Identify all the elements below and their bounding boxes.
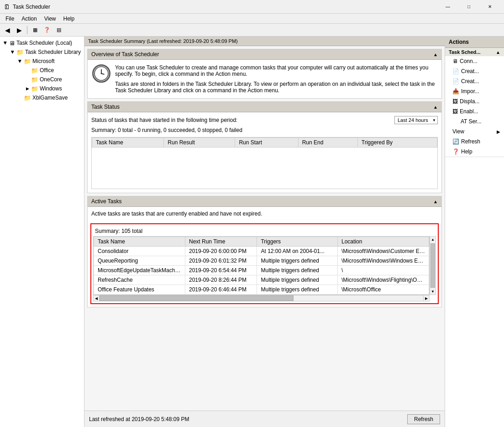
overview-text: You can use Task Scheduler to create and… <box>115 64 437 94</box>
active-tasks-header[interactable]: Active Tasks ▲ <box>88 196 441 207</box>
expand-library[interactable]: ▶ <box>9 48 16 56</box>
expand-windows[interactable]: ▶ <box>24 85 31 92</box>
active-task-cell-location: \ <box>338 266 429 275</box>
active-col-triggers: Triggers <box>257 237 338 247</box>
menu-view[interactable]: View <box>41 15 60 23</box>
action-create1[interactable]: 📄 Creat... <box>445 66 504 76</box>
menubar: File Action View Help <box>0 14 504 24</box>
sidebar-item-xblgamesave[interactable]: 📁 XblGameSave <box>0 93 84 102</box>
main-layout: ▶ 🖥 Task Scheduler (Local) ▶ 📁 Task Sche… <box>0 37 504 427</box>
import-icon: 📥 <box>452 88 459 95</box>
active-tasks-table: Task Name Next Run Time Triggers Locatio… <box>94 237 429 295</box>
windows-label: Windows <box>40 85 62 92</box>
bottom-refresh-button[interactable]: Refresh <box>407 414 440 424</box>
toolbar-btn3[interactable]: ▤ <box>53 25 64 35</box>
action-connect[interactable]: 🖥 Conn... <box>445 56 504 66</box>
active-col-name: Task Name <box>94 237 185 247</box>
action-help-label: Help <box>461 148 472 155</box>
folder-microsoft-icon: 📁 <box>24 58 31 65</box>
action-group-expand[interactable]: ▲ <box>496 50 500 55</box>
active-tasks-table-wrapper: Task Name Next Run Time Triggers Locatio… <box>93 236 436 295</box>
hscroll-thumb[interactable] <box>100 295 294 301</box>
active-task-row[interactable]: MicrosoftEdgeUpdateTaskMachine...2019-09… <box>94 266 429 275</box>
task-status-empty-space <box>92 148 437 189</box>
task-status-collapse-btn[interactable]: ▲ <box>433 105 438 110</box>
active-task-cell-name: Office Feature Updates <box>94 285 185 295</box>
expand-onecore-placeholder <box>24 76 31 83</box>
sidebar-item-local[interactable]: ▶ 🖥 Task Scheduler (Local) <box>0 38 84 47</box>
menu-file[interactable]: File <box>2 15 18 23</box>
menu-help[interactable]: Help <box>60 15 79 23</box>
sidebar-item-library[interactable]: ▶ 📁 Task Scheduler Library <box>0 47 84 57</box>
overview-collapse-btn[interactable]: ▲ <box>433 52 438 57</box>
minimize-button[interactable]: — <box>437 0 458 14</box>
active-task-row[interactable]: Consolidator2019-09-20 6:00:00 PMAt 12:0… <box>94 247 429 256</box>
active-task-row[interactable]: QueueReporting2019-09-20 6:01:32 PMMulti… <box>94 256 429 266</box>
active-task-cell-location: \Microsoft\Windows\Windows Error Reporti… <box>338 256 429 266</box>
scrollable-content[interactable]: Overview of Task Scheduler ▲ You can use <box>84 46 445 411</box>
hscroll-right-btn[interactable]: ▶ <box>423 295 430 301</box>
connect-icon: 🖥 <box>452 58 458 64</box>
overview-section: Overview of Task Scheduler ▲ You can use <box>87 49 442 99</box>
active-tasks-collapse-btn[interactable]: ▲ <box>433 199 438 204</box>
action-create2[interactable]: 📄 Creat... <box>445 76 504 86</box>
folder-windows-icon: 📁 <box>31 85 38 92</box>
toolbar-btn1[interactable]: ▦ <box>30 25 41 35</box>
action-view-label: View <box>452 128 464 135</box>
action-display[interactable]: 🖼 Displa... <box>445 96 504 106</box>
vscroll-up-btn[interactable]: ▲ <box>430 237 436 242</box>
action-import[interactable]: 📥 Impor... <box>445 86 504 96</box>
close-button[interactable]: ✕ <box>479 0 500 14</box>
time-period-dropdown-container[interactable]: Last 24 hours Last hour Last 7 days Last… <box>394 116 438 124</box>
active-task-cell-nextRun: 2019-09-20 6:00:00 PM <box>185 247 257 256</box>
expand-local[interactable]: ▶ <box>2 39 9 47</box>
toolbar-btn2[interactable]: ❓ <box>42 25 52 35</box>
col-triggered-by: Triggered By <box>357 138 437 148</box>
toolbar: ◀ ▶ ▦ ❓ ▤ <box>0 24 504 37</box>
active-table-vscroll[interactable]: ▲ ▼ <box>430 236 436 295</box>
active-tasks-table-container[interactable]: Task Name Next Run Time Triggers Locatio… <box>93 236 430 295</box>
hscroll-left-btn[interactable]: ◀ <box>93 295 100 301</box>
display-icon: 🖼 <box>452 98 458 105</box>
overview-header[interactable]: Overview of Task Scheduler ▲ <box>88 49 441 60</box>
sidebar-item-windows[interactable]: ▶ 📁 Windows <box>0 84 84 93</box>
onecore-label: OneCore <box>40 76 62 83</box>
local-label: Task Scheduler (Local) <box>16 40 72 46</box>
create2-icon: 📄 <box>452 78 459 84</box>
active-tasks-box: Summary: 105 total Task Name Next Run Ti… <box>90 223 439 304</box>
task-status-table: Task Name Run Result Run Start Run End T… <box>92 137 437 148</box>
sidebar-item-office[interactable]: 📁 Office <box>0 66 84 75</box>
toolbar-back[interactable]: ◀ <box>2 25 13 35</box>
xbl-label: XblGameSave <box>32 95 68 101</box>
vscroll-down-btn[interactable]: ▼ <box>430 289 436 295</box>
expand-microsoft[interactable]: ▶ <box>16 58 24 65</box>
active-task-cell-nextRun: 2019-09-20 6:54:44 PM <box>185 266 257 275</box>
action-view[interactable]: View ▶ <box>445 127 504 137</box>
action-refresh[interactable]: 🔄 Refresh <box>445 137 504 147</box>
titlebar: 🗓 Task Scheduler — □ ✕ <box>0 0 504 14</box>
action-help[interactable]: ❓ Help <box>445 147 504 157</box>
active-task-cell-name: RefreshCache <box>94 275 185 285</box>
action-atservice[interactable]: AT Ser... <box>445 116 504 127</box>
active-task-row[interactable]: Office Feature Updates2019-09-20 6:46:44… <box>94 285 429 295</box>
active-task-row[interactable]: RefreshCache2019-09-20 8:26:44 PMMultipl… <box>94 275 429 285</box>
active-task-cell-triggers: Multiple triggers defined <box>257 285 338 295</box>
maximize-button[interactable]: □ <box>458 0 479 14</box>
active-table-hscroll[interactable]: ◀ ▶ <box>93 295 430 301</box>
time-period-dropdown[interactable]: Last 24 hours Last hour Last 7 days Last… <box>394 116 438 124</box>
overview-title: Overview of Task Scheduler <box>91 51 159 58</box>
task-status-header[interactable]: Task Status ▲ <box>88 102 441 112</box>
action-display-label: Displa... <box>460 98 479 105</box>
action-group-title: Task Sched... ▲ <box>445 48 504 56</box>
hscroll-track[interactable] <box>100 295 423 301</box>
status-period-label: Status of tasks that have started in the… <box>91 117 237 123</box>
sidebar-item-onecore[interactable]: 📁 OneCore <box>0 75 84 84</box>
active-tasks-description-area: Active tasks are tasks that are currentl… <box>88 207 441 221</box>
actions-panel: Actions Task Sched... ▲ 🖥 Conn... 📄 Crea… <box>445 37 504 427</box>
vscroll-thumb[interactable] <box>430 243 435 288</box>
sidebar-item-microsoft[interactable]: ▶ 📁 Microsoft <box>0 57 84 66</box>
menu-action[interactable]: Action <box>18 15 40 23</box>
toolbar-forward[interactable]: ▶ <box>14 25 25 35</box>
action-connect-label: Conn... <box>460 58 478 64</box>
action-enable[interactable]: 🖼 Enabl... <box>445 106 504 116</box>
